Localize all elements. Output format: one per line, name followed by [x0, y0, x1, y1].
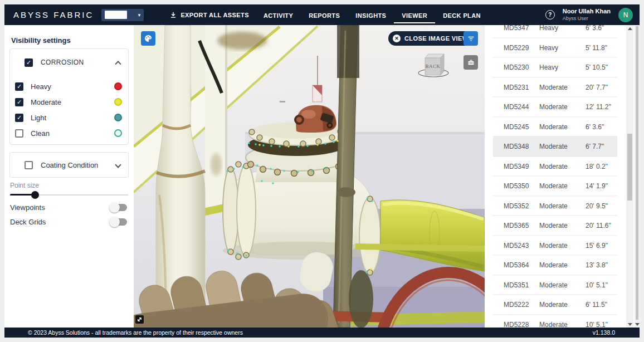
- table-row[interactable]: MD5365Moderate20' 11.6": [493, 216, 617, 236]
- table-row[interactable]: MD5351Moderate10' 5.1": [493, 275, 617, 295]
- light-checkbox[interactable]: ✓: [15, 114, 23, 122]
- chevron-down-icon[interactable]: [115, 162, 121, 168]
- filter-button[interactable]: [464, 31, 478, 46]
- severity-row-clean: Clean: [10, 127, 128, 139]
- heavy-checkbox[interactable]: ✓: [15, 82, 23, 91]
- version-label: v1.138.0: [593, 329, 615, 336]
- coating-checkbox[interactable]: [25, 161, 33, 169]
- cell-length: 18' 0.2": [586, 162, 608, 170]
- chevron-up-icon[interactable]: [115, 61, 121, 67]
- severity-label: Moderate: [31, 98, 61, 106]
- scroll-down-icon[interactable]: [626, 321, 633, 328]
- table-row[interactable]: MD5222Moderate6' 11.5": [493, 295, 617, 315]
- cell-severity: Moderate: [539, 281, 568, 289]
- main-content: Visibility settings ✓ CORROSION ✓Heavy✓M…: [4, 25, 640, 328]
- navbar-right: ? Noor Ullah Khan Abyss User N: [545, 8, 633, 22]
- user-name: Noor Ullah Khan: [563, 8, 611, 16]
- cell-length: 20' 11.6": [586, 222, 611, 229]
- cell-severity: Moderate: [539, 261, 568, 269]
- viewpoints-toggle[interactable]: [110, 204, 127, 211]
- severity-label: Light: [31, 114, 46, 122]
- nav-tab-insights[interactable]: INSIGHTS: [348, 6, 394, 23]
- slider-thumb[interactable]: [31, 191, 39, 199]
- table-scrollbar[interactable]: [626, 25, 633, 328]
- scroll-down-icon[interactable]: [635, 321, 640, 328]
- cell-severity: Moderate: [539, 222, 568, 229]
- cell-id: MD5222: [504, 301, 529, 309]
- heavy-color-dot: [114, 82, 122, 90]
- user-block: Noor Ullah Khan Abyss User: [563, 8, 611, 22]
- corrosion-card: ✓ CORROSION ✓Heavy✓Moderate✓LightClean: [9, 48, 129, 145]
- table-row[interactable]: MD5364Moderate13' 3.8": [493, 256, 617, 276]
- cell-length: 10' 5.1": [586, 281, 608, 289]
- cell-length: 6' 3.6": [586, 123, 604, 130]
- toolbox-button[interactable]: [464, 55, 478, 70]
- cell-severity: Heavy: [539, 43, 558, 51]
- cell-id: MD5245: [504, 123, 529, 130]
- cell-id: MD5351: [504, 281, 529, 289]
- point-size-slider[interactable]: [10, 191, 128, 199]
- cell-id: MD5229: [504, 43, 529, 51]
- table-row[interactable]: MD5245Moderate6' 3.6": [493, 117, 617, 137]
- top-navbar: ABYSS FABRIC ▾ EXPORT ALL ASSETS ACTIVIT…: [4, 4, 640, 25]
- table-row[interactable]: MD5231Moderate20' 7.7": [493, 77, 617, 97]
- table-row[interactable]: MD5229Heavy5' 11.8": [493, 38, 617, 58]
- deck-grids-label: Deck Grids: [10, 218, 46, 226]
- table-row[interactable]: MD5228Moderate10' 5.1": [493, 315, 617, 328]
- coating-card: Coating Condition: [9, 152, 129, 178]
- table-row[interactable]: MD5350Moderate14' 1.9": [493, 177, 617, 197]
- table-row[interactable]: MD5347Heavy6' 3.6": [493, 25, 617, 38]
- moderate-checkbox[interactable]: ✓: [15, 98, 23, 106]
- table-row[interactable]: MD5348Moderate6' 7.7": [493, 137, 617, 157]
- corrosion-label: CORROSION: [41, 58, 84, 66]
- deck-grids-toggle[interactable]: [110, 218, 127, 226]
- table-row[interactable]: MD5230Heavy5' 10.5": [493, 58, 617, 78]
- table-row[interactable]: MD5244Moderate12' 11.2": [493, 97, 617, 118]
- nav-tab-viewer[interactable]: VIEWER: [394, 6, 435, 23]
- cell-length: 5' 10.5": [586, 63, 608, 71]
- scroll-up-icon[interactable]: [626, 25, 633, 32]
- app-window: ABYSS FABRIC ▾ EXPORT ALL ASSETS ACTIVIT…: [4, 4, 640, 338]
- corrosion-table: MD5347Heavy6' 3.6"MD5229Heavy5' 11.8"MD5…: [493, 25, 617, 328]
- table-row[interactable]: MD5352Moderate20' 9.5": [493, 196, 617, 216]
- expand-button[interactable]: [135, 315, 144, 324]
- scrollbar-thumb[interactable]: [627, 134, 632, 201]
- nav-tab-activity[interactable]: ACTIVITY: [256, 6, 301, 23]
- severity-row-moderate: ✓Moderate: [10, 96, 128, 108]
- cell-length: 14' 1.9": [586, 182, 608, 190]
- export-all-assets-button[interactable]: EXPORT ALL ASSETS: [169, 11, 249, 19]
- coating-row: Coating Condition: [10, 153, 128, 177]
- cell-severity: Moderate: [539, 301, 568, 309]
- clean-checkbox[interactable]: [15, 129, 23, 138]
- avatar[interactable]: N: [618, 8, 633, 22]
- image-viewer[interactable]: ✕ CLOSE IMAGE VIEW BACK: [134, 25, 485, 328]
- cell-severity: Moderate: [539, 103, 568, 111]
- nav-tab-reports[interactable]: REPORTS: [301, 6, 348, 23]
- asset-selector-value: [105, 11, 127, 19]
- brand-logo[interactable]: ABYSS FABRIC: [13, 10, 94, 19]
- clean-color-dot: [114, 129, 122, 137]
- palette-button[interactable]: [141, 31, 155, 46]
- toggle-knob: [109, 202, 120, 213]
- cell-length: 5' 11.8": [586, 43, 607, 51]
- nav-tab-deck-plan[interactable]: DECK PLAN: [435, 6, 489, 23]
- close-icon: ✕: [393, 35, 401, 42]
- scrollbar-thumb[interactable]: [636, 26, 638, 320]
- cell-severity: Heavy: [539, 25, 558, 32]
- cell-length: 12' 11.2": [586, 103, 611, 111]
- asset-selector-dropdown[interactable]: ▾: [101, 9, 144, 21]
- help-icon[interactable]: ?: [545, 10, 555, 19]
- view-cube[interactable]: BACK: [417, 48, 450, 82]
- visibility-sidebar: Visibility settings ✓ CORROSION ✓Heavy✓M…: [4, 25, 134, 328]
- table-row[interactable]: MD5349Moderate18' 0.2": [493, 157, 617, 177]
- caret-down-icon: ▾: [138, 12, 141, 18]
- corrosion-checkbox[interactable]: ✓: [25, 58, 33, 67]
- cell-id: MD5349: [504, 162, 529, 170]
- point-size-label: Point size: [10, 182, 39, 189]
- table-row[interactable]: MD5243Moderate15' 6.9": [493, 236, 617, 256]
- corrosion-header: ✓ CORROSION: [10, 56, 128, 69]
- severity-label: Heavy: [31, 82, 51, 91]
- page-scrollbar[interactable]: [635, 25, 640, 328]
- close-image-view-button[interactable]: ✕ CLOSE IMAGE VIEW: [388, 31, 476, 46]
- copyright-text: © 2023 Abyss Solutions - all trademarks …: [28, 329, 243, 336]
